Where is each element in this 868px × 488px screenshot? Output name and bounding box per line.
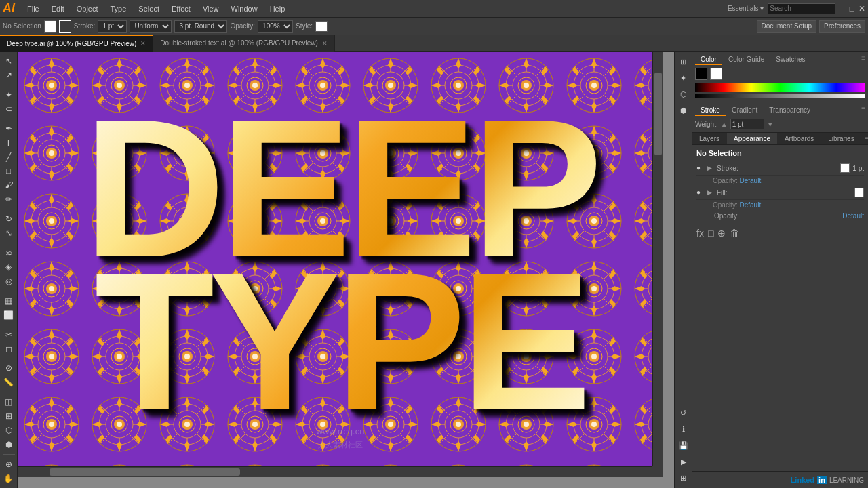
fill-color-swatch[interactable]	[44, 20, 56, 33]
menu-window[interactable]: Window	[226, 3, 263, 14]
tab-color-guide[interactable]: Color Guide	[723, 54, 770, 65]
measure-tool[interactable]: 📏	[1, 375, 16, 389]
menu-object[interactable]: Object	[71, 3, 104, 14]
restore-button[interactable]: □	[850, 4, 854, 14]
column-graph-tool[interactable]: ▦	[1, 294, 16, 308]
menu-effect[interactable]: Effect	[166, 3, 196, 14]
type-tool[interactable]: T	[1, 136, 16, 150]
transform-reset[interactable]: ↺	[676, 405, 691, 420]
shape-tool[interactable]: □	[1, 164, 16, 178]
pencil-tool[interactable]: ✏	[1, 192, 16, 206]
expand-right[interactable]: ▶	[676, 454, 691, 469]
blend-tool[interactable]: ◈	[1, 260, 16, 274]
selection-tool[interactable]: ↖	[1, 54, 16, 68]
stroke-style-select[interactable]: Uniform	[130, 20, 172, 33]
free-transform-tool[interactable]: ⬡	[676, 87, 691, 102]
doc-setup-button[interactable]: Document Setup	[757, 20, 817, 33]
magic-wand-tool[interactable]: ✦	[1, 88, 16, 102]
menu-view[interactable]: View	[197, 3, 224, 14]
tab-close-2[interactable]: ✕	[322, 40, 328, 47]
opacity-app-value[interactable]: Default	[842, 212, 864, 220]
black-swatch[interactable]	[695, 68, 707, 80]
weight-arrow-up[interactable]: ▲	[721, 121, 728, 128]
vertical-scrollbar[interactable]	[652, 52, 663, 466]
horizontal-scrollbar[interactable]	[18, 466, 652, 477]
tab-gradient[interactable]: Gradient	[726, 105, 763, 116]
lasso-tool[interactable]: ⊂	[1, 102, 16, 116]
live-paint-tool[interactable]: ⬢	[1, 438, 16, 451]
delete-item-button[interactable]: 🗑	[730, 228, 739, 239]
stroke-color-swatch[interactable]	[59, 20, 71, 33]
weight-input[interactable]	[730, 119, 764, 129]
tab-swatches[interactable]: Swatches	[770, 54, 810, 65]
preferences-button[interactable]: Preferences	[819, 20, 865, 33]
stroke-expand-icon[interactable]: ▶	[707, 165, 714, 171]
zoom-tool[interactable]: ⊕	[1, 458, 16, 471]
tab-appearance[interactable]: Appearance	[727, 133, 777, 144]
style-swatch[interactable]	[315, 21, 328, 32]
fill-expand-icon[interactable]: ▶	[707, 189, 714, 196]
pen-tool[interactable]: ✒	[1, 122, 16, 136]
tab-double-stroked[interactable]: Double-stroked text.ai @ 100% (RGB/GPU P…	[153, 35, 334, 52]
link-tool[interactable]: ⊞	[676, 470, 691, 485]
perspective-tool[interactable]: ⬢	[676, 103, 691, 118]
v-scroll-thumb[interactable]	[654, 73, 662, 155]
search-input[interactable]	[768, 3, 835, 14]
rotate-tool[interactable]: ↻	[1, 212, 16, 226]
essentials-label[interactable]: Essentials ▾	[728, 5, 764, 12]
fill-opacity-value[interactable]: Default	[739, 201, 761, 209]
tab-color[interactable]: Color	[695, 54, 722, 65]
direct-selection-tool[interactable]: ↗	[1, 68, 16, 82]
tab-close-1[interactable]: ✕	[140, 40, 146, 47]
add-fill-button[interactable]: □	[708, 228, 713, 239]
white-swatch[interactable]	[710, 68, 722, 80]
stroke-app-swatch[interactable]	[840, 163, 850, 173]
eraser-tool[interactable]: ◻	[1, 342, 16, 356]
menu-edit[interactable]: Edit	[46, 3, 70, 14]
tab-libraries[interactable]: Libraries	[821, 133, 861, 144]
eyedropper-tool[interactable]: ⊘	[1, 361, 16, 375]
fill-app-swatch[interactable]	[854, 188, 864, 197]
stroke-select[interactable]: 1 pt	[98, 20, 127, 33]
hand-tool[interactable]: ✋	[1, 472, 16, 485]
slice-tool[interactable]: ✂	[1, 328, 16, 342]
stroke-end-select[interactable]: 3 pt. Round	[174, 20, 227, 33]
artboard-tool[interactable]: ⬜	[1, 308, 16, 322]
close-button[interactable]: ✕	[859, 4, 865, 14]
color-panel-menu[interactable]: ≡	[861, 54, 865, 65]
canvas-area[interactable]: DEEP TYPE www.rrcg.cn 人人素材社区	[18, 52, 674, 488]
stroke-panel-menu[interactable]: ≡	[861, 105, 865, 116]
symbol-tool[interactable]: ◎	[1, 274, 16, 288]
tab-stroke[interactable]: Stroke	[695, 105, 726, 116]
menu-select[interactable]: Select	[133, 3, 165, 14]
color-gradient-bar[interactable]	[695, 83, 865, 92]
mesh-tool[interactable]: ⊞	[1, 409, 16, 423]
menu-file[interactable]: File	[22, 3, 45, 14]
puppet-warp-tool[interactable]: ✦	[676, 70, 691, 85]
layers-panel-menu[interactable]: ≡	[863, 133, 868, 144]
scale-tool[interactable]: ⤡	[1, 226, 16, 240]
h-scroll-thumb[interactable]	[50, 468, 240, 476]
gradient-tool[interactable]: ◫	[1, 395, 16, 409]
stroke-visibility-icon[interactable]: ●	[696, 164, 705, 172]
menu-type[interactable]: Type	[105, 3, 132, 14]
line-tool[interactable]: ╱	[1, 150, 16, 164]
fill-visibility-icon[interactable]: ●	[696, 188, 705, 197]
save-to-cloud[interactable]: 💾	[676, 438, 691, 453]
minimize-button[interactable]: ─	[840, 4, 846, 14]
add-stroke-button[interactable]: ⊕	[717, 228, 726, 239]
opacity-select[interactable]: 100%	[258, 20, 293, 33]
tab-deep-type[interactable]: Deep type.ai @ 100% (RGB/GPU Preview) ✕	[0, 35, 153, 52]
artboard-nav-tool[interactable]: ⊞	[676, 54, 691, 69]
stroke-opacity-value[interactable]: Default	[739, 177, 761, 184]
weight-arrow-down[interactable]: ▼	[767, 121, 774, 128]
warp-tool[interactable]: ≋	[1, 246, 16, 260]
paintbrush-tool[interactable]: 🖌	[1, 178, 16, 192]
tab-artboards[interactable]: Artboards	[778, 133, 821, 144]
brightness-bar[interactable]	[695, 94, 865, 98]
shape-builder-tool[interactable]: ⬡	[1, 424, 16, 437]
info-tool[interactable]: ℹ	[676, 422, 691, 436]
menu-help[interactable]: Help	[264, 3, 291, 14]
add-effect-button[interactable]: fx	[696, 228, 704, 239]
tab-transparency[interactable]: Transparency	[764, 105, 816, 116]
